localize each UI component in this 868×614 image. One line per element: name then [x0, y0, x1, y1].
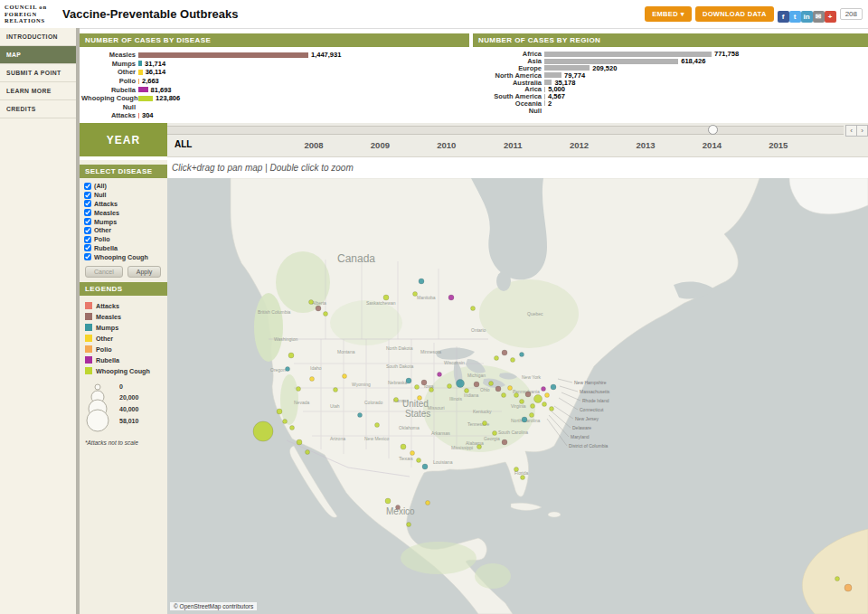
outbreak-dot-whooping[interactable] [309, 300, 314, 305]
outbreak-dot-whooping[interactable] [288, 353, 294, 358]
outbreak-dot-whooping[interactable] [520, 400, 524, 404]
outbreak-dot-whooping[interactable] [489, 382, 494, 386]
outbreak-dot-mumps[interactable] [406, 378, 411, 383]
linkedin-icon[interactable]: in [801, 11, 813, 23]
year-slider[interactable]: ‹ › ALL 20082009201020112012201320142015 [167, 123, 868, 157]
year-tick-2012[interactable]: 2012 [570, 140, 589, 150]
outbreak-dot-whooping[interactable] [465, 389, 469, 393]
outbreak-dot-other[interactable] [410, 451, 415, 456]
outbreak-dot-mumps[interactable] [522, 417, 527, 422]
download-data-button[interactable]: DOWNLOAD DATA [695, 6, 774, 22]
outbreak-dot-other[interactable] [418, 396, 422, 401]
year-tick-2015[interactable]: 2015 [769, 140, 788, 150]
outbreak-dot-mumps[interactable] [457, 380, 465, 388]
outbreak-dot-whooping[interactable] [502, 393, 506, 398]
disease-checkbox[interactable] [84, 200, 91, 207]
outbreak-dot-rubella[interactable] [542, 387, 546, 392]
apply-button[interactable]: Apply [127, 266, 162, 278]
outbreak-dot-whooping[interactable] [401, 444, 406, 449]
outbreak-dot-mumps[interactable] [551, 384, 556, 390]
year-tick-2009[interactable]: 2009 [371, 140, 390, 150]
disease-option-whooping-cough[interactable]: Whooping Cough [80, 252, 167, 261]
outbreak-dot-whooping[interactable] [290, 426, 295, 430]
outbreak-dot-other[interactable] [426, 501, 430, 505]
outbreak-dot-mumps[interactable] [520, 353, 524, 357]
sidebar-item-map[interactable]: MAP [0, 46, 76, 64]
outbreak-dot-rubella[interactable] [438, 373, 442, 377]
outbreak-dot-measles[interactable] [502, 439, 507, 445]
disease-checkbox[interactable] [84, 244, 91, 251]
disease-checkbox[interactable] [84, 227, 91, 234]
twitter-icon[interactable]: t [789, 11, 801, 23]
outbreak-dot-mumps[interactable] [419, 279, 424, 284]
outbreak-dot-measles[interactable] [474, 382, 479, 387]
disease-option--all-[interactable]: (All) [80, 182, 167, 191]
outbreak-dot-measles[interactable] [495, 386, 501, 392]
outbreak-dot-whooping[interactable] [531, 404, 535, 409]
sidebar-item-submit-a-point[interactable]: SUBMIT A POINT [0, 64, 76, 82]
disease-checkbox[interactable] [84, 209, 91, 216]
disease-option-mumps[interactable]: Mumps [80, 217, 167, 226]
outbreak-dot-mumps[interactable] [358, 413, 363, 418]
outbreak-dot-whooping[interactable] [495, 356, 499, 361]
outbreak-dot-whooping[interactable] [514, 393, 519, 398]
outbreak-dot-polio[interactable] [844, 584, 852, 591]
disease-checkbox[interactable] [84, 183, 91, 190]
outbreak-dot-other[interactable] [545, 393, 550, 398]
outbreak-dot-whooping[interactable] [324, 312, 328, 316]
disease-option-rubella[interactable]: Rubella [80, 244, 167, 253]
outbreak-dot-whooping[interactable] [429, 388, 434, 392]
disease-option-measles[interactable]: Measles [80, 208, 167, 217]
outbreak-dot-whooping[interactable] [534, 395, 542, 403]
outbreak-dot-whooping[interactable] [306, 450, 310, 455]
outbreak-dot-whooping[interactable] [297, 387, 301, 392]
outbreak-dot-whooping[interactable] [385, 498, 391, 504]
outbreak-dot-whooping[interactable] [514, 468, 519, 472]
slider-arrow-right-icon[interactable]: › [856, 125, 868, 137]
outbreak-dot-whooping[interactable] [550, 407, 554, 411]
year-tick-2011[interactable]: 2011 [504, 140, 523, 150]
outbreak-dot-whooping[interactable] [253, 421, 273, 441]
outbreak-dot-measles[interactable] [316, 306, 321, 311]
disease-option-polio[interactable]: Polio [80, 235, 167, 244]
outbreak-dot-whooping[interactable] [413, 292, 418, 297]
outbreak-dot-other[interactable] [310, 377, 315, 382]
outbreak-dot-whooping[interactable] [283, 420, 288, 424]
osm-attribution[interactable]: © OpenStreetMap contributors [170, 602, 257, 610]
year-slider-track[interactable] [167, 126, 844, 135]
cancel-button[interactable]: Cancel [85, 266, 123, 278]
facebook-icon[interactable]: f [778, 11, 789, 23]
outbreak-dot-whooping[interactable] [530, 413, 534, 418]
disease-checkbox[interactable] [84, 218, 91, 225]
outbreak-dot-measles[interactable] [502, 350, 507, 355]
sidebar-item-learn-more[interactable]: LEARN MORE [0, 82, 76, 100]
year-all-label[interactable]: ALL [175, 139, 192, 149]
outbreak-dot-whooping[interactable] [477, 445, 482, 449]
outbreak-dot-whooping[interactable] [542, 402, 547, 407]
outbreak-dot-measles[interactable] [421, 380, 427, 385]
outbreak-dot-whooping[interactable] [511, 358, 515, 363]
outbreak-dot-other[interactable] [343, 374, 347, 379]
outbreak-dot-whooping[interactable] [407, 523, 411, 527]
year-slider-handle[interactable] [708, 125, 718, 135]
outbreak-dot-rubella[interactable] [448, 295, 454, 300]
chart-bar[interactable] [544, 65, 590, 71]
map-canvas[interactable]: CanadaUnitedStatesMexicoBritish Columbia… [167, 178, 868, 614]
chart-bar[interactable] [138, 87, 148, 92]
disease-checkbox[interactable] [84, 192, 91, 199]
outbreak-dot-measles[interactable] [525, 392, 531, 397]
chart-bar[interactable] [544, 52, 712, 57]
year-tick-2008[interactable]: 2008 [304, 140, 323, 150]
disease-option-null[interactable]: Null [80, 191, 167, 200]
disease-checkbox[interactable] [84, 253, 91, 260]
chart-bar[interactable] [544, 80, 552, 85]
chart-bar[interactable] [544, 59, 678, 64]
year-tick-2013[interactable]: 2013 [636, 140, 655, 150]
outbreak-dot-whooping[interactable] [417, 458, 421, 463]
outbreak-dot-whooping[interactable] [483, 421, 487, 426]
disease-option-attacks[interactable]: Attacks [80, 200, 167, 209]
email-icon[interactable]: ✉ [813, 11, 825, 23]
chart-bar[interactable] [138, 96, 153, 101]
outbreak-dot-whooping[interactable] [493, 431, 497, 436]
outbreak-dot-whooping[interactable] [394, 398, 399, 402]
